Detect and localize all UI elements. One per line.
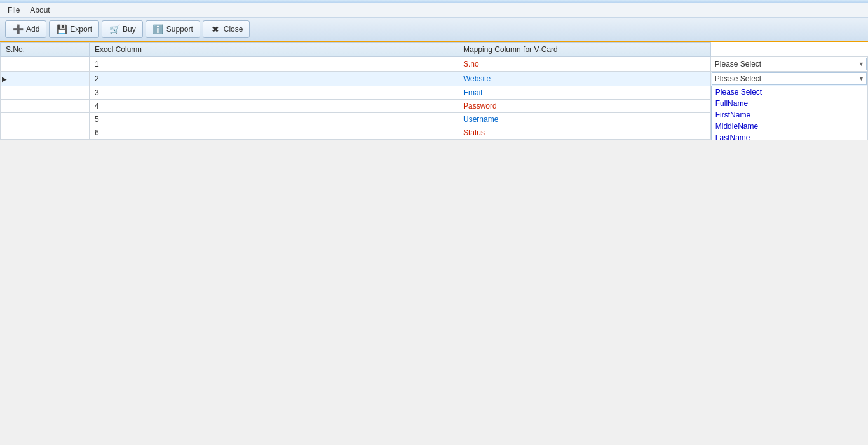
buy-icon: 🛒 (109, 23, 120, 35)
table-header-row: S.No. Excel Column Mapping Column for V-… (1, 43, 868, 57)
table-container: S.No. Excel Column Mapping Column for V-… (0, 42, 868, 140)
close-button[interactable]: ✖ Close (203, 20, 250, 38)
row-arrow-cell (1, 86, 90, 100)
toolbar: ➕ Add 💾 Export 🛒 Buy ℹ️ Support ✖ Close (0, 18, 868, 42)
close-icon: ✖ (210, 23, 221, 35)
cell-mapping-open[interactable]: Please Select Please SelectFullNameFirst… (710, 72, 867, 86)
dropdown-item[interactable]: Please Select (712, 86, 867, 98)
menu-about[interactable]: About (25, 4, 55, 16)
dropdown-item[interactable]: LastName (712, 132, 867, 140)
support-icon: ℹ️ (153, 23, 164, 35)
cell-excel-col: S.no (458, 57, 711, 72)
row-arrow-cell (1, 57, 90, 72)
cell-sno: 5 (90, 113, 458, 126)
cell-excel-col: Status (458, 126, 711, 140)
cell-sno: 1 (90, 57, 458, 72)
cell-excel-col: Username (458, 113, 711, 126)
cell-mapping[interactable]: Please Select (710, 57, 867, 72)
cell-excel-col: Email (458, 86, 711, 100)
dropdown-item[interactable]: FullName (712, 98, 867, 109)
menu-bar: File About (0, 3, 868, 18)
mapping-table: S.No. Excel Column Mapping Column for V-… (0, 42, 868, 140)
dropdown-list[interactable]: Please SelectFullNameFirstNameMiddleName… (711, 86, 867, 140)
col-header-sno: S.No. (1, 43, 90, 57)
mapping-select-1[interactable]: Please Select (712, 58, 867, 70)
col-header-vcard: Mapping Column for V-Card (458, 43, 711, 57)
cell-sno: 3 (90, 86, 458, 100)
menu-file[interactable]: File (3, 4, 25, 16)
export-icon: 💾 (56, 23, 67, 35)
cell-excel-col: Website (458, 72, 711, 86)
add-icon: ➕ (12, 23, 24, 35)
row-arrow-cell (1, 126, 90, 140)
support-button[interactable]: ℹ️ Support (146, 20, 200, 38)
dropdown-item[interactable]: MiddleName (712, 121, 867, 132)
dropdown-item[interactable]: FirstName (712, 109, 867, 121)
cell-sno: 4 (90, 100, 458, 113)
row-arrow-cell: ▶ (1, 72, 90, 86)
buy-button[interactable]: 🛒 Buy (102, 20, 143, 38)
add-button[interactable]: ➕ Add (5, 20, 46, 38)
row-arrow-cell (1, 113, 90, 126)
mapping-select-2[interactable]: Please Select (712, 72, 867, 85)
main-content: S.No. Excel Column Mapping Column for V-… (0, 42, 868, 140)
cell-sno: 2 (90, 72, 458, 86)
cell-excel-col: Password (458, 100, 711, 113)
row-arrow-cell (1, 100, 90, 113)
export-button[interactable]: 💾 Export (49, 20, 99, 38)
table-row: 1 S.no Please Select (1, 57, 868, 72)
col-header-excel: Excel Column (90, 43, 458, 57)
cell-sno: 6 (90, 126, 458, 140)
table-row: ▶ 2 Website Please Select Please SelectF… (1, 72, 868, 86)
